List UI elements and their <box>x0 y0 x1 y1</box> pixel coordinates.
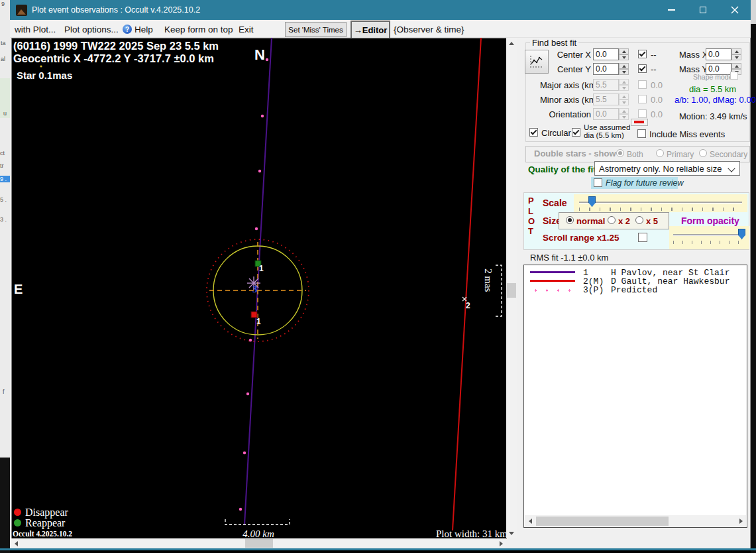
app-icon <box>16 5 27 16</box>
observer-listbox[interactable] <box>523 265 747 528</box>
red-line-icon <box>634 121 644 123</box>
include-miss-events-checkbox[interactable] <box>637 129 646 138</box>
scroll-left-arrow-icon[interactable] <box>525 515 535 527</box>
background-dark-area <box>0 458 10 553</box>
plot-canvas <box>11 38 506 538</box>
mass-x-value[interactable]: 0.0 <box>706 48 731 60</box>
form-opacity-slider[interactable] <box>669 226 749 249</box>
shape-model-label: Shape model <box>693 73 734 81</box>
double-both-radio <box>616 149 624 157</box>
plot-letter-o: O <box>528 216 535 226</box>
scroll-right-arrow-icon[interactable] <box>496 538 506 548</box>
spinner-down-icon[interactable] <box>619 54 629 60</box>
spinner-up-icon[interactable] <box>619 63 629 69</box>
fit-center-y-checkbox[interactable] <box>638 64 647 73</box>
chevron-down-icon[interactable] <box>728 164 735 172</box>
menu-keep-on-top[interactable]: Keep form on top <box>164 25 233 34</box>
set-miss-times-button[interactable]: Set 'Miss' Times <box>285 22 347 37</box>
circular-checkbox[interactable] <box>529 128 538 137</box>
flag-review-checkbox[interactable] <box>594 178 602 187</box>
help-icon[interactable]: ? <box>123 25 132 34</box>
background-window-sliver <box>751 0 756 24</box>
spinner-down-icon[interactable] <box>619 69 629 75</box>
minimize-icon <box>668 9 675 11</box>
scroll-left-arrow-icon[interactable] <box>11 538 21 548</box>
editor-button[interactable]: →Editor <box>351 21 390 39</box>
reappear-dot-icon <box>14 519 21 526</box>
size-x5-label[interactable]: x 5 <box>646 216 658 226</box>
observer-row[interactable]: 3(P)Predicted <box>583 285 657 295</box>
center-y-label: Center Y <box>557 64 591 74</box>
spinner-down-icon[interactable] <box>731 54 741 60</box>
bg-fragment: ta <box>1 40 6 46</box>
spinner-up-icon <box>619 79 629 85</box>
center-x-spinner[interactable]: 0.0 <box>593 48 629 60</box>
find-best-fit-title: Find best fit <box>530 38 578 48</box>
double-both-label: Both <box>627 150 643 159</box>
plot-hscrollbar[interactable] <box>11 538 506 548</box>
spinner-up-icon[interactable] <box>731 63 741 69</box>
quality-combobox[interactable]: Astrometry only. No reliable size <box>594 161 740 176</box>
star-size-label: Star 0.1mas <box>17 70 72 81</box>
size-normal-radio[interactable] <box>566 216 574 224</box>
menu-exit[interactable]: Exit <box>239 25 254 34</box>
plot-letter-p: P <box>528 196 534 206</box>
fit-center-x-checkbox[interactable] <box>638 50 647 58</box>
scale-slider-ticks <box>579 208 742 211</box>
spinner-down-icon <box>619 85 629 91</box>
scale-slider[interactable] <box>574 194 747 212</box>
mass-x-spinner[interactable]: 0.0 <box>706 48 741 60</box>
center-x-value[interactable]: 0.0 <box>593 48 619 60</box>
vscroll-thumb[interactable] <box>507 283 516 298</box>
line-color-swatch[interactable] <box>631 119 648 126</box>
scale-slider-thumb[interactable] <box>588 196 596 207</box>
menu-with-plot[interactable]: with Plot... <box>15 25 56 34</box>
center-y-flag: -- <box>651 64 657 74</box>
minor-axis-flag: 0.0 <box>651 95 663 105</box>
menu-plot-options[interactable]: Plot options... <box>64 25 119 34</box>
size-normal-label[interactable]: normal <box>576 216 605 226</box>
close-button[interactable] <box>719 0 751 20</box>
size-x2-label[interactable]: x 2 <box>618 216 630 226</box>
maximize-button[interactable] <box>687 0 719 20</box>
double-secondary-label: Secondary <box>710 150 747 159</box>
bg-fragment: f <box>3 389 5 395</box>
size-x2-radio[interactable] <box>608 216 616 224</box>
use-assumed-label-line1: Use assumed <box>584 123 630 131</box>
spinner-down-icon <box>619 99 629 105</box>
listbox-hscroll-thumb[interactable] <box>536 517 669 526</box>
hscroll-thumb[interactable] <box>245 539 273 548</box>
bg-fragment: u <box>3 110 7 117</box>
run-fit-button[interactable] <box>525 50 549 74</box>
plot-vscrollbar[interactable] <box>506 38 517 538</box>
plot-letter-t: T <box>528 226 533 236</box>
menu-help[interactable]: Help <box>135 25 153 34</box>
window-title: Plot event observations : Occult v.4.202… <box>32 5 200 15</box>
scroll-up-arrow-icon[interactable] <box>506 38 517 48</box>
flag-review-label: Flag for future review <box>606 178 683 188</box>
use-assumed-dia-checkbox[interactable] <box>572 128 580 137</box>
form-opacity-thumb[interactable] <box>738 229 745 239</box>
center-y-value[interactable]: 0.0 <box>593 63 619 75</box>
form-opacity-track[interactable] <box>673 234 745 236</box>
minor-axis-label: Minor axis (km) <box>540 95 591 105</box>
size-x5-radio[interactable] <box>635 216 643 224</box>
center-y-spinner[interactable]: 0.0 <box>593 63 629 75</box>
minimize-button[interactable] <box>655 0 687 20</box>
scroll-right-arrow-icon[interactable] <box>735 515 746 527</box>
scale-slider-track[interactable] <box>579 202 742 204</box>
fit-minor-axis-checkbox <box>638 95 647 103</box>
listbox-hscrollbar[interactable] <box>525 515 746 527</box>
observer-name: Predicted <box>611 285 657 295</box>
predicted-legend-dots <box>530 289 575 292</box>
scroll-down-arrow-icon[interactable] <box>506 528 517 538</box>
observer-time-label: {Observer & time} <box>394 25 464 34</box>
bg-fragment: ct <box>0 150 5 156</box>
quality-label: Quality of the fit <box>528 164 596 174</box>
form-opacity-label: Form opacity <box>681 215 739 226</box>
spinner-up-icon[interactable] <box>619 48 629 54</box>
spinner-up-icon[interactable] <box>731 48 741 54</box>
scroll-range-checkbox[interactable] <box>638 233 647 242</box>
orientation-value: 0.0 <box>593 108 619 120</box>
bg-fragment: 9 <box>1 1 5 7</box>
